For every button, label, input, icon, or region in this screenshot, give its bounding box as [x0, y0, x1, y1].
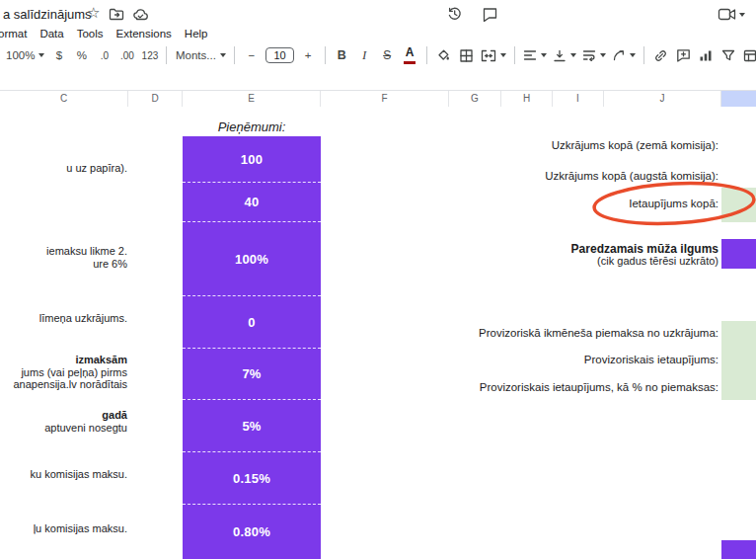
zoom-button[interactable]: 100% [6, 44, 44, 66]
left-label[interactable]: izmaksām [0, 354, 127, 365]
merge-cells-button[interactable] [481, 44, 506, 66]
fill-color-button[interactable] [435, 44, 452, 66]
link-icon [653, 48, 668, 63]
comment-bubble-glyph [482, 7, 498, 22]
left-label[interactable]: ure 6% [0, 258, 127, 270]
assumption-cell[interactable]: 7% [183, 349, 321, 400]
left-label[interactable]: līmeņa uzkrājums. [0, 312, 127, 324]
left-label[interactable]: iemaksu likme 2. [0, 245, 127, 257]
assumption-cell[interactable]: 100% [183, 222, 321, 296]
star-icon[interactable]: ☆ [87, 6, 100, 20]
cell-purple-bottom[interactable] [721, 540, 756, 559]
assumption-cell[interactable]: 0.80% [183, 505, 321, 559]
left-label[interactable]: anapensija.lv norādītais [0, 378, 127, 390]
comments-icon[interactable] [482, 7, 498, 24]
borders-button[interactable] [458, 44, 475, 66]
text-color-button[interactable]: A [402, 44, 418, 66]
column-header-c[interactable]: C [0, 91, 128, 107]
toolbar-divider [514, 46, 515, 64]
menu-extensions[interactable]: Extensions [116, 28, 172, 40]
insert-comment-button[interactable] [675, 44, 692, 66]
text-rotation-button[interactable] [612, 44, 636, 66]
cloud-check-glyph [132, 9, 149, 21]
left-label[interactable]: ļu komisijas maksu. [0, 522, 127, 534]
cell-ietaupijums-kopa-value[interactable] [721, 188, 756, 222]
toolbar-divider [426, 46, 427, 64]
insert-chart-button[interactable] [698, 44, 715, 66]
font-size-input[interactable]: 10 [265, 47, 293, 63]
label-ietaupijums-procenti[interactable]: Provizoriskais ietaupījums, kā % no piem… [316, 381, 718, 393]
version-history-icon[interactable] [446, 6, 463, 24]
text-wrap-button[interactable] [582, 44, 606, 66]
chevron-down-icon [600, 53, 606, 57]
column-header-selected[interactable] [721, 91, 756, 107]
plus-icon: + [305, 49, 312, 61]
left-label[interactable]: aptuveni nosegtu [0, 422, 127, 434]
cell-provizoriskais-ietaupijums-value[interactable] [721, 347, 756, 373]
label-ietaupijums-kopa[interactable]: Ietaupījums kopā: [316, 198, 718, 209]
currency-format-button[interactable]: $ [50, 44, 67, 66]
insert-link-button[interactable] [652, 44, 669, 66]
menu-help[interactable]: Help [185, 28, 208, 40]
assumption-cell[interactable]: 0.15% [183, 452, 321, 505]
left-label[interactable]: gadā [0, 409, 127, 421]
zoom-value: 100% [6, 49, 35, 61]
minus-icon: − [249, 49, 256, 61]
column-header-d[interactable]: D [128, 91, 183, 107]
percent-format-button[interactable]: % [73, 44, 90, 66]
left-label[interactable]: u uz papīra). [0, 162, 127, 174]
label-uzkrajums-zema[interactable]: Uzkrājums kopā (zemā komisija): [316, 139, 718, 151]
move-folder-icon[interactable] [109, 8, 124, 23]
number-format-button[interactable]: 123 [141, 44, 158, 66]
column-header-e[interactable]: E [183, 91, 321, 107]
label-uzkrajums-augsta[interactable]: Uzkrājums kopā (augstā komisija): [316, 170, 718, 182]
document-title[interactable]: a salīdzinājums [3, 7, 92, 22]
assumption-cell[interactable]: 40 [183, 183, 321, 222]
column-header-i[interactable]: I [553, 91, 604, 107]
text-color-icon: A [406, 47, 415, 58]
vertical-align-button[interactable] [553, 44, 576, 66]
meet-camera-button[interactable] [718, 8, 745, 21]
horizontal-align-button[interactable] [523, 44, 547, 66]
cell-ikmenesa-piemaksa-value[interactable] [721, 321, 756, 347]
menu-format[interactable]: Format [0, 28, 27, 40]
label-muza-ilgums[interactable]: Paredzamais mūža ilgums [316, 242, 718, 256]
decrease-font-size-button[interactable]: − [243, 44, 260, 66]
label-provizoriskais-ietaupijums[interactable]: Provizoriskais ietaupījums: [316, 354, 718, 365]
menu-tools[interactable]: Tools [77, 28, 104, 40]
column-header-j[interactable]: J [604, 91, 721, 107]
cell-ietaupijums-procenti-value[interactable] [721, 373, 756, 400]
left-label[interactable]: ku komisijas maksu. [0, 468, 127, 480]
assumptions-title-cell[interactable]: Pieņēmumi: [183, 120, 321, 134]
bold-button[interactable]: B [334, 44, 350, 66]
toolbar-divider [325, 46, 326, 64]
decrease-decimals-button[interactable]: .0 [96, 44, 113, 66]
assumption-cell[interactable]: 5% [183, 400, 321, 452]
font-family-button[interactable]: Monts... [175, 44, 226, 66]
increase-decimals-button[interactable]: .00 [118, 44, 135, 66]
assumption-cell[interactable]: 100 [183, 136, 321, 183]
filter-icon [721, 49, 735, 62]
chevron-down-icon [739, 13, 745, 17]
left-label[interactable]: jums (vai peļņa) pirms [0, 366, 127, 378]
column-header-f[interactable]: F [321, 91, 449, 107]
create-filter-button[interactable] [720, 44, 737, 66]
spreadsheet-grid: Pieņēmumi: 100 40 100% 0 7% 5% 0.15% 0.8… [0, 107, 756, 559]
cell-muza-ilgums-value[interactable] [721, 239, 756, 269]
label-muza-ilgums-sub[interactable]: (cik gadus tērēsi uzkrāto) [316, 255, 718, 267]
strikethrough-button[interactable]: S [379, 44, 396, 66]
table-view-icon [743, 49, 756, 62]
column-header-h[interactable]: H [501, 91, 553, 107]
increase-font-size-button[interactable]: + [300, 44, 317, 66]
toolbar: 100% $ % .0 .00 123 Monts... − 10 + B I … [6, 41, 756, 69]
chart-icon [699, 49, 713, 62]
save-status-cloud-icon [132, 9, 149, 23]
column-header-g[interactable]: G [449, 91, 501, 107]
table-views-button[interactable] [743, 44, 756, 66]
menu-data[interactable]: Data [39, 28, 63, 40]
italic-button[interactable]: I [356, 44, 373, 66]
assumption-cell[interactable]: 0 [183, 296, 321, 349]
chevron-down-icon [500, 53, 506, 57]
label-ikmenesa-piemaksa[interactable]: Provizoriskā ikmēneša piemaksa no uzkrāj… [316, 327, 718, 339]
dollar-icon: $ [56, 49, 62, 61]
